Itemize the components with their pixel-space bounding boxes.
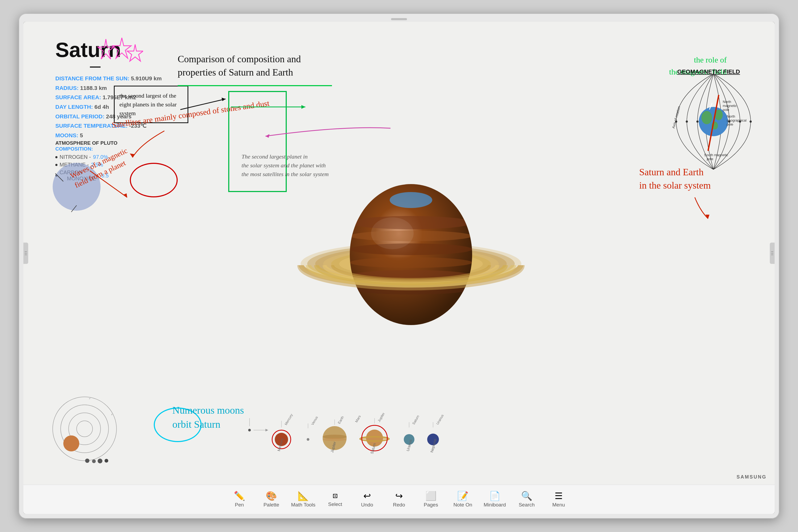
svg-text:Saturn: Saturn	[412, 414, 420, 425]
svg-text:Earth: Earth	[337, 416, 345, 424]
toolbar-pages[interactable]: ⬜ Pages	[415, 488, 447, 512]
svg-point-51	[686, 120, 688, 122]
note-on-label: Note On	[454, 502, 472, 508]
toolbar: ✏️ Pen 🎨 Palette 📐 Math Tools ⊡ Select ↩…	[23, 484, 775, 514]
math-tools-label: Math Tools	[291, 502, 316, 508]
undo-icon: ↩	[363, 491, 371, 500]
svg-text:Uranus: Uranus	[435, 414, 444, 425]
svg-text:North: North	[723, 100, 731, 104]
svg-point-12	[85, 459, 89, 463]
pages-label: Pages	[424, 502, 438, 508]
svg-text:Axis of rotation: Axis of rotation	[671, 106, 681, 129]
monitor-screen: Saturn DISTANCE FROM THE SUN: 5.910U9 km…	[23, 22, 775, 514]
svg-point-7	[53, 397, 116, 461]
svg-point-78	[307, 438, 309, 441]
menu-label: Menu	[552, 502, 565, 508]
svg-point-81	[323, 438, 347, 441]
screen-content: Saturn DISTANCE FROM THE SUN: 5.910U9 km…	[23, 22, 775, 484]
svg-point-14	[98, 459, 102, 463]
svg-marker-74	[265, 429, 268, 432]
svg-point-55	[749, 120, 752, 122]
toolbar-palette[interactable]: 🎨 Palette	[255, 488, 287, 512]
undo-label: Undo	[361, 502, 373, 508]
toolbar-select[interactable]: ⊡ Select	[319, 488, 351, 512]
orbit-diagram: ♂ ♀	[50, 394, 119, 463]
svg-point-41	[371, 217, 414, 249]
svg-text:pole: pole	[707, 157, 714, 161]
toolbar-pen[interactable]: ✏️ Pen	[224, 488, 255, 512]
svg-text:♂: ♂	[89, 397, 91, 400]
redo-icon: ↪	[395, 491, 403, 500]
samsung-logo: SAMSUNG	[737, 474, 766, 480]
toolbar-math-tools[interactable]: 📐 Math Tools	[287, 488, 319, 512]
toolbar-miniboard[interactable]: 📄 Miniboard	[479, 488, 511, 512]
toolbar-search[interactable]: 🔍 Search	[511, 488, 543, 512]
monitor-notch	[391, 18, 407, 20]
planet-lineup: Mercury Jupiter Saturn	[244, 413, 761, 461]
svg-point-42	[390, 192, 432, 208]
svg-text:Venus: Venus	[310, 416, 319, 426]
toolbar-menu[interactable]: ☰ Menu	[543, 488, 574, 512]
svg-point-10	[77, 421, 93, 437]
svg-text:pole: pole	[723, 108, 729, 112]
redo-label: Redo	[393, 502, 405, 508]
menu-icon: ☰	[555, 491, 563, 500]
svg-text:Mars: Mars	[354, 414, 362, 423]
side-handle-left	[23, 243, 28, 264]
search-icon: 🔍	[521, 491, 532, 500]
svg-text:Mercury: Mercury	[284, 413, 294, 426]
palette-icon: 🎨	[266, 491, 277, 500]
side-handle-right	[770, 243, 775, 264]
svg-text:South magnetic: South magnetic	[704, 153, 728, 157]
palette-label: Palette	[263, 502, 279, 508]
svg-marker-25	[705, 215, 709, 218]
svg-point-15	[104, 459, 108, 462]
search-label: Search	[519, 502, 535, 508]
svg-point-13	[92, 459, 96, 463]
svg-text:magnetic: magnetic	[723, 104, 737, 108]
toolbar-note-on[interactable]: 📝 Note On	[447, 488, 479, 512]
pen-label: Pen	[235, 502, 244, 508]
miniboard-label: Miniboard	[483, 502, 506, 508]
svg-text:♀: ♀	[111, 413, 113, 416]
toolbar-redo[interactable]: ↪ Redo	[383, 488, 415, 512]
saturn-illustration	[122, 56, 700, 448]
svg-point-57	[701, 111, 712, 124]
math-tools-icon: 📐	[298, 491, 309, 500]
svg-text:Jupiter: Jupiter	[377, 413, 386, 423]
svg-text:pole: pole	[727, 122, 733, 126]
svg-marker-1	[113, 38, 131, 58]
svg-point-52	[697, 120, 699, 122]
svg-marker-0	[98, 39, 114, 59]
miniboard-icon: 📄	[489, 491, 500, 500]
select-label: Select	[328, 501, 342, 507]
svg-point-38	[350, 257, 472, 268]
pen-icon: ✏️	[234, 491, 245, 500]
svg-text:North: North	[727, 114, 735, 118]
geo-field-diagram: North magnetic pole North geographical p…	[666, 68, 761, 175]
svg-point-11	[63, 435, 79, 451]
select-icon: ⊡	[333, 492, 338, 500]
svg-point-72	[248, 429, 251, 432]
monitor: Saturn DISTANCE FROM THE SUN: 5.910U9 km…	[19, 13, 779, 519]
svg-point-37	[350, 243, 472, 255]
svg-text:geographical: geographical	[727, 118, 747, 122]
pages-icon: ⬜	[425, 491, 437, 500]
note-on-icon: 📝	[457, 491, 469, 500]
toolbar-undo[interactable]: ↩ Undo	[351, 488, 383, 512]
